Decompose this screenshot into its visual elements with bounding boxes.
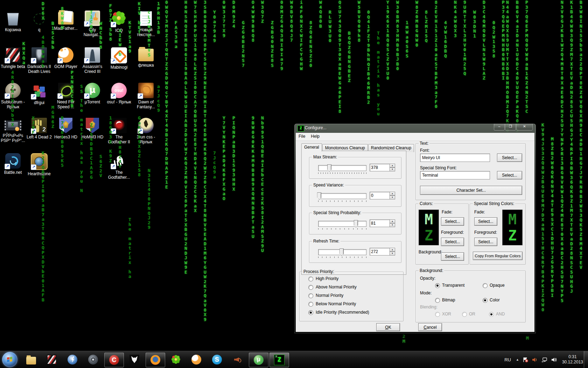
cancel-button[interactable]: Cancel (418, 323, 442, 331)
desktop-icon-sublustrum[interactable]: ↗Sublustrum - Ярлык (0, 83, 28, 109)
show-desktop-button[interactable] (584, 351, 588, 368)
clock[interactable]: 0:31 30.12.2013 (562, 354, 583, 365)
desktop-icon-heroes3-hd[interactable]: ↗Heroes3 HD (51, 118, 81, 139)
volume-icon[interactable] (551, 357, 557, 363)
taskbar-app-ccleaner[interactable] (104, 353, 124, 367)
slider-thumb[interactable] (354, 220, 358, 227)
maximize-button[interactable]: ❐ (505, 124, 516, 130)
desktop-icon-solo[interactable]: PЎPsP»Ps PSP° P±P°... (0, 118, 28, 143)
slider-track[interactable] (318, 249, 366, 255)
minimize-button[interactable]: – (494, 124, 505, 130)
radio-below-normal-priority[interactable] (309, 302, 313, 306)
special-string-font-input[interactable]: Terminal (420, 171, 490, 179)
taskbar-app-firefox[interactable] (146, 353, 165, 367)
taskbar-app-skype[interactable] (208, 353, 226, 367)
desktop-icon-darksiders-2[interactable]: ↗Darksiders II Death Lives (24, 47, 54, 74)
tab-general[interactable]: General (301, 143, 322, 151)
taskbar-app-explorer[interactable] (22, 353, 41, 367)
desktop-icon-assassins-creed-3[interactable]: ↗Assassin's Creed III (77, 47, 107, 74)
character-set-button[interactable]: Character Set... (420, 186, 522, 195)
radio-opaque[interactable] (483, 284, 487, 288)
radio-color[interactable] (483, 298, 487, 302)
action-center-flag-icon[interactable] (523, 357, 528, 363)
taskbar-app-zm[interactable] (270, 353, 289, 367)
radio-transparent[interactable] (435, 284, 440, 288)
taskbar-app-daemon[interactable] (63, 353, 82, 367)
ss-fade-select-button[interactable]: Select... (474, 217, 497, 226)
spinner-down-button[interactable]: ▼ (390, 223, 395, 227)
select-font-button[interactable]: Select... (497, 154, 522, 162)
spinner-up-button[interactable]: ▲ (390, 192, 395, 196)
select-special-string-font-button[interactable]: Select... (497, 171, 522, 179)
desktop-icon-mabinogi[interactable]: ↗Mabinogi (104, 47, 134, 70)
slider-thumb[interactable] (327, 164, 331, 172)
desktop-icon-madfather-folder[interactable]: MadFather... (51, 11, 81, 31)
hidden-icons-button chevron-up-icon[interactable]: ▲ (516, 358, 519, 361)
desktop-icon-city-navigator[interactable]: ↗City Navigat... (77, 11, 107, 37)
network-icon[interactable] (541, 357, 548, 363)
foreground-select-button[interactable]: Select... (441, 238, 464, 246)
audio-mixer-speaker-icon[interactable] (532, 357, 538, 363)
desktop-icon-godfather-2[interactable]: ↗The Godfather II (104, 118, 134, 144)
desktop-icon-recycle-bin[interactable]: Корзина (0, 11, 28, 32)
taskbar-app-foobar[interactable] (125, 353, 144, 367)
spinner-down-button[interactable]: ▼ (390, 168, 395, 171)
desktop-icon-q-file[interactable]: q (24, 11, 54, 32)
taskbar-app-steam[interactable] (84, 353, 103, 367)
desktop-icon-tunngle-beta[interactable]: ↗Tunngle beta (0, 47, 28, 69)
font-input[interactable]: Meiryo UI (420, 154, 490, 162)
desktop-icon-left-4-dead-2[interactable]: ↗Left 4 Dead 2 (24, 118, 54, 139)
radio-idle-priority-recommended-[interactable] (309, 311, 313, 315)
icon-label: Корзина (0, 27, 28, 32)
slider-thumb[interactable] (340, 248, 344, 256)
copy-from-regular-colors-button[interactable]: Copy From Regular Colors (473, 252, 523, 260)
value-input[interactable] (370, 164, 390, 171)
slider-track[interactable] (318, 193, 366, 199)
taskbar-app-icq[interactable] (166, 353, 185, 367)
dialog-titlebar[interactable]: Z Configure... – ❐ ✕ (294, 124, 536, 133)
desktop-icon-new-text-document[interactable]: Новый текстов... (131, 11, 161, 37)
value-input[interactable] (370, 192, 390, 199)
desktop-icon-godfather-hand[interactable]: ↗The Godfather... (104, 153, 134, 180)
start-button[interactable] (2, 352, 18, 367)
desktop-icon-gom-player[interactable]: ↗GOM Player (51, 47, 81, 69)
slider-track[interactable] (318, 221, 366, 227)
desktop-icon-hearthstone[interactable]: ↗Hearthstone (24, 153, 54, 176)
menu-item-help[interactable]: Help (308, 133, 322, 140)
desktop-icon-battle-net[interactable]: ↗Battle.net (0, 153, 28, 175)
radio-above-normal-priority[interactable] (309, 285, 313, 289)
desktop-icon-fleshka-folder[interactable]: флешка (131, 47, 161, 68)
desktop-icon-icq[interactable]: ↗ICQ (104, 11, 134, 33)
taskbar-app-tunngle[interactable] (42, 353, 61, 367)
radio-high-priority[interactable] (309, 277, 313, 281)
slider-thumb[interactable] (317, 192, 321, 200)
desktop-icon-homm3-hd[interactable]: ↗HoMM3 HD (77, 118, 107, 139)
language-indicator[interactable]: RU (503, 356, 512, 363)
spinner-down-button[interactable]: ▼ (390, 252, 395, 255)
desktop-icon-dawn-of-fantasy[interactable]: ↗Dawn of Fantasy... (131, 83, 161, 109)
desktop-icon-utorrent[interactable]: ↗μTorrent (77, 83, 107, 104)
slider-track[interactable] (318, 165, 366, 171)
spinner-up-button[interactable]: ▲ (390, 248, 395, 252)
spinner-up-button[interactable]: ▲ (390, 219, 395, 223)
icon-label: Sublustrum - Ярлык (0, 100, 28, 109)
spinner-up-button[interactable]: ▲ (390, 164, 395, 168)
desktop-icon-dfrgui[interactable]: ↗dfrgui (24, 83, 54, 105)
ss-foreground-select-button[interactable]: Select... (474, 238, 497, 246)
taskbar-app-volume[interactable] (228, 353, 247, 367)
desktop-icon-3run-css[interactable]: ↗3run css - Ярлык (131, 118, 161, 144)
menu-item-file[interactable]: File (296, 133, 308, 140)
ok-button[interactable]: OK (376, 323, 400, 331)
taskbar-app-utorrent[interactable] (249, 353, 268, 367)
fade-select-button[interactable]: Select... (441, 217, 464, 226)
radio-normal-priority[interactable] (309, 294, 313, 298)
taskbar-app-gom[interactable] (187, 353, 206, 367)
radio-bitmap[interactable] (435, 298, 440, 302)
value-input[interactable] (370, 219, 390, 227)
desktop-icon-need-for-speed[interactable]: ↗Need For Speed ... (51, 83, 81, 109)
close-button[interactable]: ✕ (516, 124, 533, 130)
spinner-down-button[interactable]: ▼ (390, 196, 395, 199)
background-select-button[interactable]: Select... (441, 252, 464, 261)
value-input[interactable] (370, 248, 390, 255)
desktop-icon-osu[interactable]: ↗osu! - Ярлык (104, 83, 134, 104)
